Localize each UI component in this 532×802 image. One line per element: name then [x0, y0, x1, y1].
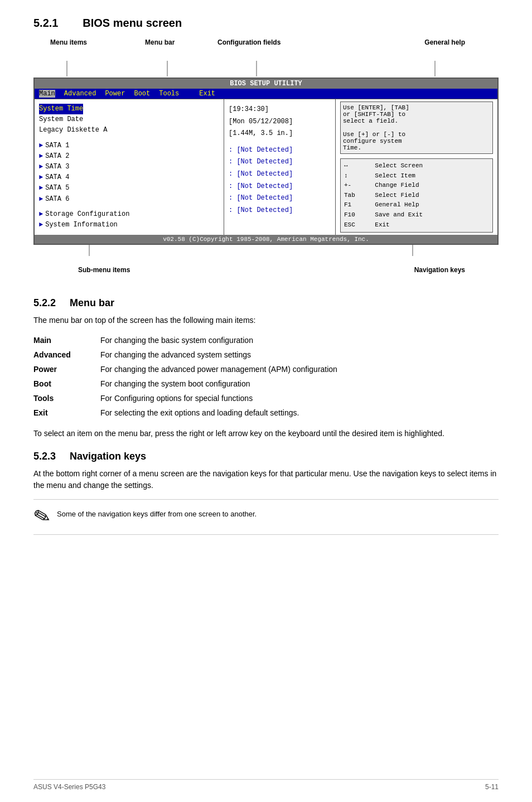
bios-value-sata4: : [Not Detected]: [229, 181, 331, 193]
section-523-heading: 5.2.3 Navigation keys: [33, 451, 499, 462]
bios-item-sata6: ►SATA 6: [39, 194, 219, 205]
nav-row-change: +- Change Field: [343, 181, 490, 191]
bios-menu-boot[interactable]: Boot: [134, 90, 150, 98]
nav-row-esc: ESC Exit: [343, 220, 490, 230]
bios-value-time: [19:34:30]: [229, 104, 331, 116]
label-menu-items: Menu items: [50, 38, 87, 46]
bios-content: System Time System Date Legacy Diskette …: [35, 99, 497, 235]
table-row: Boot For changing the system boot config…: [33, 376, 499, 391]
bios-value-sata6: : [Not Detected]: [229, 205, 331, 217]
diagram-labels-top: Menu items Menu bar Configuration fields…: [33, 38, 499, 59]
bios-menu-advanced[interactable]: Advanced: [64, 90, 96, 98]
bios-item-storage-config: ►Storage Configuration: [39, 209, 219, 220]
menu-desc-boot: For changing the system boot configurati…: [100, 376, 499, 391]
bios-right-panel: Use [ENTER], [TAB] or [SHIFT-TAB] to sel…: [336, 99, 497, 235]
bios-value-date: [Mon 05/12/2008]: [229, 116, 331, 128]
connector-lines-bottom: [33, 245, 502, 262]
bios-item-sata1: ►SATA 1: [39, 141, 219, 151]
bios-value-sata3: : [Not Detected]: [229, 168, 331, 181]
bios-item-system-info: ►System Information: [39, 220, 219, 230]
nav-row-tab: Tab Select Field: [343, 191, 490, 201]
bios-item-sata2: ►SATA 2: [39, 151, 219, 162]
bios-value-sata2: : [Not Detected]: [229, 156, 331, 168]
nav-row-screen: ↔ Select Screen: [343, 161, 490, 171]
bios-item-legacy-diskette: Legacy Diskette A: [39, 125, 219, 136]
bios-left-panel: System Time System Date Legacy Diskette …: [35, 99, 224, 235]
section-511: 5.2.1 BIOS menu screen Menu items Menu b…: [33, 17, 499, 281]
section-522: 5.2.2 Menu bar The menu bar on top of th…: [33, 297, 499, 439]
note-icon: ✎: [31, 504, 53, 530]
bios-diagram: Menu items Menu bar Configuration fields…: [33, 38, 499, 281]
menu-bar-table: Main For changing the basic system confi…: [33, 333, 499, 420]
bios-value-sata1: : [Not Detected]: [229, 144, 331, 157]
footer-left: ASUS V4-Series P5G43: [33, 783, 105, 791]
bios-middle-panel: [19:34:30] [Mon 05/12/2008] [1.44M, 3.5 …: [224, 99, 336, 235]
section-522-heading: 5.2.2 Menu bar: [33, 297, 499, 309]
bios-screen: BIOS SETUP UTILITY Main Advanced Power B…: [33, 78, 499, 245]
label-navigation-keys: Navigation keys: [414, 266, 465, 274]
table-row: Advanced For changing the advanced syste…: [33, 347, 499, 362]
section-523: 5.2.3 Navigation keys At the bottom righ…: [33, 451, 499, 535]
bios-item-system-date: System Date: [39, 114, 219, 125]
connector-lines-top: [33, 61, 502, 78]
nav-row-item: ↕ Select Item: [343, 171, 490, 181]
nav-row-f1: F1 General Help: [343, 200, 490, 210]
menu-name-exit: Exit: [33, 405, 100, 420]
table-row: Power For changing the advanced power ma…: [33, 362, 499, 376]
section-511-heading: 5.2.1 BIOS menu screen: [33, 17, 499, 30]
note-box: ✎ Some of the navigation keys differ fro…: [33, 499, 499, 535]
menu-desc-exit: For selecting the exit options and loadi…: [100, 405, 499, 420]
bios-menu-power[interactable]: Power: [105, 90, 125, 98]
bios-nav-keys: ↔ Select Screen ↕ Select Item +- Change …: [340, 158, 493, 233]
menu-name-tools: Tools: [33, 391, 100, 405]
bios-item-sata3: ►SATA 3: [39, 162, 219, 172]
bios-menu-tools[interactable]: Tools: [159, 90, 179, 98]
menu-desc-main: For changing the basic system configurat…: [100, 333, 499, 347]
label-submenu-items: Sub-menu items: [78, 266, 130, 274]
table-row: Main For changing the basic system confi…: [33, 333, 499, 347]
page-footer: ASUS V4-Series P5G43 5-11: [33, 779, 499, 791]
bios-menu-bar: Main Advanced Power Boot Tools Exit: [35, 89, 497, 99]
bios-value-sata5: : [Not Detected]: [229, 192, 331, 205]
note-text: Some of the navigation keys differ from …: [57, 505, 257, 520]
bios-menu-exit[interactable]: Exit: [199, 90, 215, 98]
label-menu-bar: Menu bar: [145, 38, 175, 46]
menu-name-power: Power: [33, 362, 100, 376]
table-row: Exit For selecting the exit options and …: [33, 405, 499, 420]
diagram-labels-bottom: Sub-menu items Navigation keys: [33, 264, 499, 281]
bios-menu-main[interactable]: Main: [39, 90, 55, 98]
footer-right: 5-11: [485, 783, 499, 791]
bios-help-text: Use [ENTER], [TAB] or [SHIFT-TAB] to sel…: [340, 102, 493, 154]
bios-title-bar: BIOS SETUP UTILITY: [35, 79, 497, 89]
section-522-intro: The menu bar on top of the screen has th…: [33, 315, 499, 326]
section-523-body: At the bottom right corner of a menu scr…: [33, 468, 499, 491]
menu-desc-power: For changing the advanced power manageme…: [100, 362, 499, 376]
bios-item-system-time: System Time: [39, 104, 219, 114]
label-config-fields: Configuration fields: [217, 38, 280, 46]
bios-footer: v02.58 (C)Copyright 1985-2008, American …: [35, 235, 497, 244]
menu-desc-tools: For Configuring options for special func…: [100, 391, 499, 405]
menu-name-boot: Boot: [33, 376, 100, 391]
table-row: Tools For Configuring options for specia…: [33, 391, 499, 405]
bios-value-diskette: [1.44M, 3.5 in.]: [229, 128, 331, 140]
menu-name-advanced: Advanced: [33, 347, 100, 362]
label-general-help: General help: [424, 38, 465, 46]
nav-row-f10: F10 Save and Exit: [343, 210, 490, 220]
bios-item-sata5: ►SATA 5: [39, 183, 219, 194]
menu-name-main: Main: [33, 333, 100, 347]
bios-item-sata4: ►SATA 4: [39, 172, 219, 183]
section-522-footer: To select an item on the menu bar, press…: [33, 428, 499, 439]
menu-desc-advanced: For changing the advanced system setting…: [100, 347, 499, 362]
